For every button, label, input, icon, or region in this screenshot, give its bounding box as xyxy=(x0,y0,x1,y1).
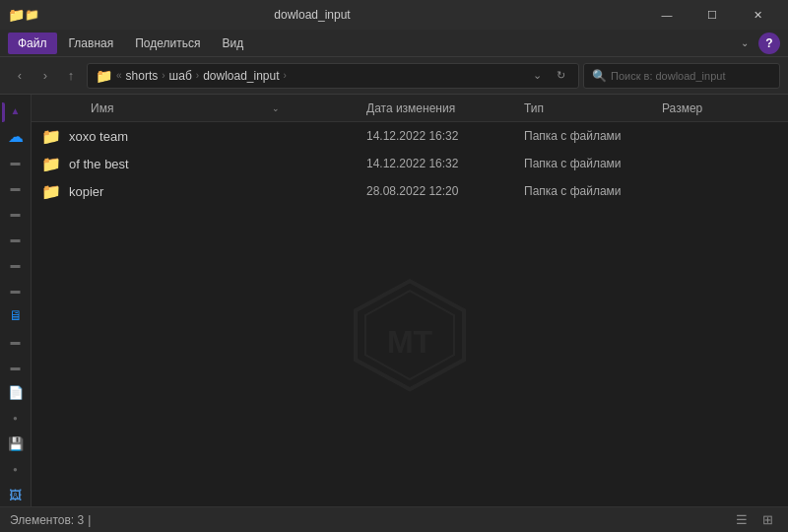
breadcrumb-sep-0: « xyxy=(116,70,122,81)
sidebar-icon-computer[interactable]: 🖥 xyxy=(2,303,30,327)
menu-view[interactable]: Вид xyxy=(212,33,253,54)
col-header-size[interactable]: Размер xyxy=(662,101,760,115)
sidebar-icon-8[interactable]: ▬ xyxy=(2,355,30,378)
sidebar-icon-11[interactable]: ● xyxy=(2,457,30,481)
address-refresh-button[interactable]: ↻ xyxy=(551,66,570,86)
menu-bar: Файл Главная Поделиться Вид ⌄ ? xyxy=(0,30,788,57)
breadcrumb-sep-3: › xyxy=(284,70,287,81)
menu-home[interactable]: Главная xyxy=(59,33,124,54)
sidebar-icon-5[interactable]: ▬ xyxy=(2,252,30,276)
file-name-1: of the best xyxy=(69,157,129,171)
menu-share[interactable]: Поделиться xyxy=(125,33,210,54)
file-date-2: 28.08.2022 12:20 xyxy=(366,184,524,198)
back-button[interactable]: ‹ xyxy=(8,64,32,88)
address-dropdown-button[interactable]: ⌄ xyxy=(527,66,547,86)
sidebar-icon-7[interactable]: ▬ xyxy=(2,329,30,353)
sidebar-icon-1[interactable]: ▬ xyxy=(2,150,30,173)
sidebar-icon-10[interactable]: 💾 xyxy=(2,432,30,455)
col-header-type[interactable]: Тип xyxy=(524,101,662,115)
main-layout: ▲ ☁ ▬ ▬ ▬ ▬ ▬ ▬ 🖥 ▬ ▬ 📄 ● 💾 ● 🖼 Имя Дата… xyxy=(0,95,788,506)
maximize-button[interactable]: ☐ xyxy=(690,0,735,30)
sidebar-icon-2[interactable]: ▬ xyxy=(2,175,30,199)
nav-arrows: ‹ › ↑ xyxy=(8,64,83,88)
file-name-2: kopier xyxy=(69,184,103,199)
breadcrumb-shorts[interactable]: shorts xyxy=(126,69,159,83)
address-bar-actions: ⌄ ↻ xyxy=(527,66,570,86)
sidebar-icon-9[interactable]: ● xyxy=(2,406,30,430)
up-button[interactable]: ↑ xyxy=(59,64,83,88)
breadcrumb-current[interactable]: dowload_input xyxy=(203,69,279,83)
file-date-0: 14.12.2022 16:32 xyxy=(366,129,524,143)
table-row[interactable]: 📁 xoxo team 14.12.2022 16:32 Папка с фай… xyxy=(32,122,788,150)
menu-file[interactable]: Файл xyxy=(8,33,57,54)
file-list: 📁 xoxo team 14.12.2022 16:32 Папка с фай… xyxy=(32,122,788,506)
search-icon: 🔍 xyxy=(592,69,607,83)
breadcrumb-shab[interactable]: шаб xyxy=(169,69,192,83)
sidebar: ▲ ☁ ▬ ▬ ▬ ▬ ▬ ▬ 🖥 ▬ ▬ 📄 ● 💾 ● 🖼 xyxy=(0,95,32,506)
ribbon-collapse-button[interactable]: ⌄ xyxy=(735,33,755,53)
address-bar[interactable]: 📁 « shorts › шаб › dowload_input › ⌄ ↻ xyxy=(87,63,579,89)
breadcrumb-sep-2: › xyxy=(196,70,199,81)
file-date-1: 14.12.2022 16:32 xyxy=(366,157,524,170)
file-type-1: Папка с файлами xyxy=(524,157,662,170)
view-details-button[interactable]: ☰ xyxy=(731,509,753,531)
view-icons-button[interactable]: ⊞ xyxy=(756,509,778,531)
file-name-cell-2: 📁 kopier xyxy=(32,182,366,201)
sidebar-icon-4[interactable]: ▬ xyxy=(2,227,30,250)
breadcrumb-sep-1: › xyxy=(162,70,164,81)
col-header-name[interactable]: Имя xyxy=(32,101,366,115)
search-bar[interactable]: 🔍 Поиск в: dowload_input xyxy=(583,63,780,89)
file-name-0: xoxo team xyxy=(69,129,128,144)
sidebar-icon-cloud[interactable]: ☁ xyxy=(2,124,30,148)
minimize-button[interactable]: — xyxy=(644,0,690,30)
file-name-cell-0: 📁 xoxo team xyxy=(32,127,366,146)
window-controls: — ☐ ✕ xyxy=(644,0,780,30)
menu-bar-right: ⌄ ? xyxy=(735,33,780,54)
title-bar: 📁 📁 dowload_input — ☐ ✕ xyxy=(0,0,788,30)
table-row[interactable]: 📁 kopier 28.08.2022 12:20 Папка с файлам… xyxy=(32,177,788,205)
close-button[interactable]: ✕ xyxy=(735,0,780,30)
status-separator: | xyxy=(88,513,91,527)
nav-bar: ‹ › ↑ 📁 « shorts › шаб › dowload_input ›… xyxy=(0,57,788,95)
help-button[interactable]: ? xyxy=(758,33,780,54)
file-type-2: Папка с файлами xyxy=(524,184,662,198)
file-type-0: Папка с файлами xyxy=(524,129,662,143)
file-area: Имя Дата изменения Тип Размер ⌄ 📁 xoxo t… xyxy=(32,95,788,506)
col-header-date[interactable]: Дата изменения xyxy=(366,101,524,115)
sort-indicator[interactable]: ⌄ xyxy=(266,95,286,122)
status-bar: Элементов: 3 | ☰ ⊞ xyxy=(0,506,788,532)
file-name-cell-1: 📁 of the best xyxy=(32,155,366,173)
search-placeholder: Поиск в: dowload_input xyxy=(611,70,725,82)
sidebar-icon-page[interactable]: 📄 xyxy=(2,380,30,404)
column-header: Имя Дата изменения Тип Размер ⌄ xyxy=(32,95,788,122)
address-folder-icon: 📁 xyxy=(96,68,112,84)
folder-icon-kopier: 📁 xyxy=(41,182,61,201)
sidebar-icon-12[interactable]: 🖼 xyxy=(2,483,30,506)
breadcrumb: « shorts › шаб › dowload_input › xyxy=(116,69,287,83)
folder-icon-ofthebest: 📁 xyxy=(41,155,61,173)
folder-icon-xoxo: 📁 xyxy=(41,127,61,146)
status-bar-right: ☰ ⊞ xyxy=(731,509,778,531)
table-row[interactable]: 📁 of the best 14.12.2022 16:32 Папка с ф… xyxy=(32,150,788,177)
forward-button[interactable]: › xyxy=(33,64,57,88)
sidebar-icon-0[interactable]: ▲ xyxy=(2,99,30,122)
sidebar-icon-6[interactable]: ▬ xyxy=(2,278,30,301)
elements-count: Элементов: 3 xyxy=(10,513,84,527)
sidebar-icon-3[interactable]: ▬ xyxy=(2,201,30,225)
window-title: dowload_input xyxy=(0,8,638,22)
